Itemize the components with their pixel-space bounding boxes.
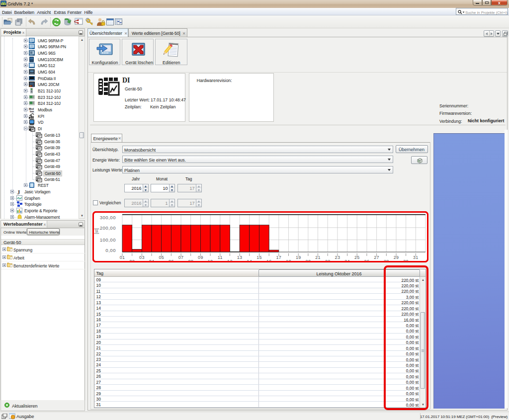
svg-text:J: J — [17, 189, 20, 195]
svg-text:bus: bus — [30, 110, 34, 113]
